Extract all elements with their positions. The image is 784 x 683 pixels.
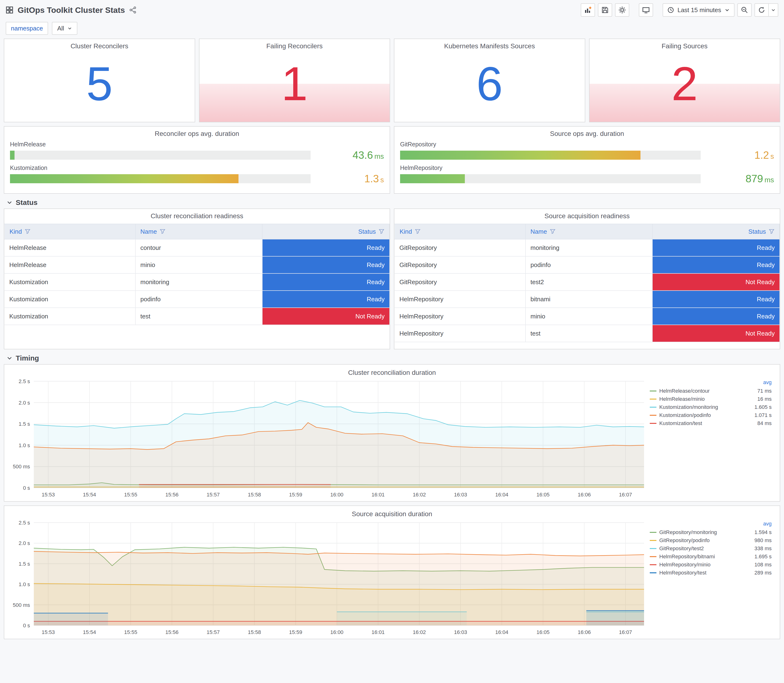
time-series-chart[interactable]: 0 s500 ms1.0 s1.5 s2.0 s2.5 s15:5315:541… <box>7 518 650 637</box>
legend-item[interactable]: Kustomization/test84 ms <box>650 419 772 427</box>
status-badge: Ready <box>263 239 390 256</box>
section-timing[interactable]: Timing <box>6 354 778 362</box>
share-icon[interactable] <box>129 6 136 14</box>
add-panel-button[interactable] <box>581 3 595 17</box>
legend-series-swatch <box>650 556 656 557</box>
settings-gear-icon[interactable] <box>615 3 629 17</box>
legend-series-swatch <box>650 415 656 416</box>
panel-title[interactable]: Source ops avg. duration <box>400 127 774 138</box>
y-tick-label: 2.5 s <box>19 378 30 384</box>
stat-value: 5 <box>4 46 195 122</box>
cell-kind: HelmRepository <box>394 325 526 342</box>
legend-item[interactable]: HelmRelease/minio16 ms <box>650 395 772 403</box>
gauge-value: 1.2s <box>707 149 774 161</box>
cell-status: Ready <box>653 290 779 308</box>
cell-kind: GitRepository <box>394 273 526 290</box>
cell-status: Not Ready <box>262 308 390 325</box>
column-header-name[interactable]: Name <box>135 224 263 239</box>
legend-avg-header[interactable]: avg <box>650 521 772 527</box>
variable-namespace-select[interactable]: All <box>52 22 77 35</box>
panel-title[interactable]: Source acquisition duration <box>7 507 777 518</box>
panel-title[interactable]: Reconciler ops avg. duration <box>10 127 384 138</box>
stat-value: 6 <box>394 46 585 122</box>
chart-legend: avgGitRepository/monitoring1.594 sGitRep… <box>650 518 774 577</box>
legend-item[interactable]: HelmRepository/bitnami1.695 s <box>650 553 772 561</box>
cell-kind: Kustomization <box>5 308 135 325</box>
time-series-chart[interactable]: 0 s500 ms1.0 s1.5 s2.0 s2.5 s15:5315:541… <box>7 377 650 499</box>
panel-cluster-reconciliation-duration: Cluster reconciliation duration 0 s500 m… <box>4 364 780 502</box>
series-area <box>34 552 644 625</box>
legend-item[interactable]: HelmRepository/test289 ms <box>650 569 772 577</box>
cell-name: monitoring <box>526 239 653 256</box>
refresh-interval-dropdown[interactable] <box>769 3 778 17</box>
filter-icon[interactable] <box>25 229 30 234</box>
legend-item[interactable]: HelmRepository/minio108 ms <box>650 561 772 569</box>
y-tick-label: 0 s <box>23 485 30 491</box>
legend-item[interactable]: GitRepository/monitoring1.594 s <box>650 528 772 536</box>
filter-icon[interactable] <box>379 229 385 234</box>
filter-icon[interactable] <box>415 229 420 234</box>
legend-series-name: HelmRelease/minio <box>659 396 755 402</box>
refresh-button[interactable] <box>755 3 769 17</box>
table-row: HelmReleaseminioReady <box>5 256 390 273</box>
column-header-kind[interactable]: Kind <box>394 224 526 239</box>
legend-avg-header[interactable]: avg <box>650 379 772 386</box>
status-badge: Ready <box>263 291 390 308</box>
legend-item[interactable]: HelmRelease/contour71 ms <box>650 387 772 395</box>
cell-status: Ready <box>653 256 779 273</box>
cell-status: Ready <box>653 239 779 256</box>
zoom-out-button[interactable] <box>738 3 752 17</box>
gauges-row: Reconciler ops avg. duration HelmRelease… <box>4 126 780 194</box>
status-badge: Ready <box>653 257 779 273</box>
gauge-fill <box>400 151 640 160</box>
chevron-down-icon <box>6 355 12 361</box>
column-header-status[interactable]: Status <box>262 224 390 239</box>
panel-cluster-reconciliation-readiness: Cluster reconciliation readiness Kind Na… <box>4 208 390 350</box>
legend-item[interactable]: Kustomization/monitoring1.605 s <box>650 403 772 411</box>
legend-series-name: GitRepository/monitoring <box>659 529 752 535</box>
cell-kind: GitRepository <box>394 256 526 273</box>
legend-item[interactable]: Kustomization/podinfo1.071 s <box>650 411 772 419</box>
cell-status: Ready <box>653 308 779 325</box>
legend-series-avg: 108 ms <box>755 562 772 568</box>
x-tick-label: 16:02 <box>413 492 426 498</box>
filter-icon[interactable] <box>550 229 556 234</box>
filter-icon[interactable] <box>160 229 165 234</box>
table-row: HelmRepositorytestNot Ready <box>394 325 779 342</box>
gauge-track <box>400 151 701 160</box>
x-tick-label: 15:58 <box>248 629 261 635</box>
x-tick-label: 16:02 <box>413 629 426 635</box>
panel-title[interactable]: Source acquisition readiness <box>394 209 780 220</box>
tv-mode-button[interactable] <box>639 3 653 17</box>
legend-series-avg: 980 ms <box>755 537 772 544</box>
column-header-status[interactable]: Status <box>653 224 779 239</box>
y-tick-label: 2.0 s <box>19 540 30 546</box>
legend-item[interactable]: GitRepository/podinfo980 ms <box>650 536 772 545</box>
column-header-kind[interactable]: Kind <box>5 224 135 239</box>
time-range-picker[interactable]: Last 15 minutes <box>663 3 734 17</box>
dashboard-grid-icon[interactable] <box>6 6 13 14</box>
chevron-down-icon <box>725 7 730 13</box>
legend-series-name: HelmRelease/contour <box>659 388 755 394</box>
panel-title[interactable]: Cluster reconciliation duration <box>7 366 777 377</box>
cell-kind: HelmRepository <box>394 308 526 325</box>
legend-series-name: GitRepository/podinfo <box>659 537 752 544</box>
legend-item[interactable]: GitRepository/test2338 ms <box>650 545 772 553</box>
cell-status: Ready <box>262 239 390 256</box>
x-tick-label: 15:58 <box>248 492 261 498</box>
x-tick-label: 16:05 <box>537 492 550 498</box>
top-bar: GitOps Toolkit Cluster Stats Last 15 <box>0 0 784 19</box>
cell-kind: GitRepository <box>394 239 526 256</box>
clock-icon <box>667 6 674 13</box>
section-status[interactable]: Status <box>6 199 778 207</box>
save-dashboard-button[interactable] <box>598 3 612 17</box>
y-tick-label: 1.0 s <box>19 581 30 587</box>
column-header-name[interactable]: Name <box>526 224 653 239</box>
stat-value: 2 <box>590 46 780 122</box>
gauge-fill <box>10 151 14 160</box>
panel-title[interactable]: Cluster reconciliation readiness <box>4 209 390 220</box>
filter-icon[interactable] <box>769 229 774 234</box>
x-tick-label: 16:00 <box>330 629 343 635</box>
gauge-kustomization: Kustomization 1.3s <box>10 164 384 185</box>
x-tick-label: 15:55 <box>124 629 137 635</box>
